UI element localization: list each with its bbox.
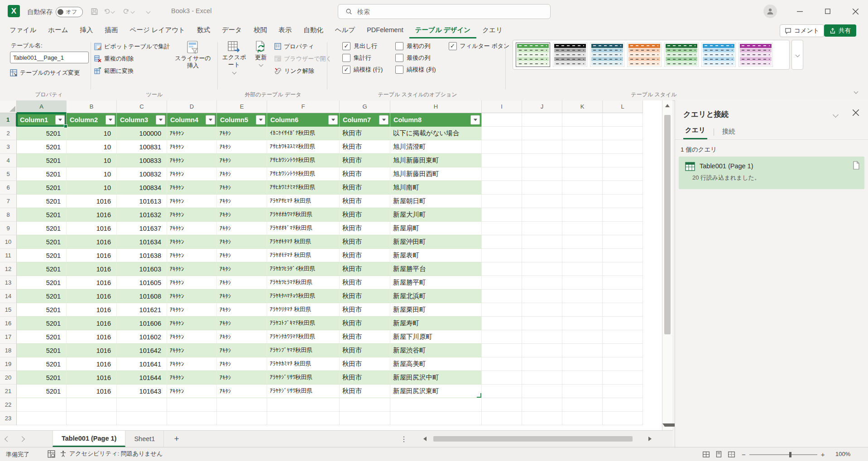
- empty-cell[interactable]: [482, 398, 522, 412]
- save-icon[interactable]: [89, 6, 100, 17]
- cell[interactable]: 1016: [67, 195, 117, 208]
- menu-tab-automate[interactable]: 自動化: [297, 23, 329, 38]
- vertical-scrollbar[interactable]: [662, 100, 672, 430]
- column-header-K[interactable]: K: [562, 100, 603, 113]
- cell[interactable]: 10: [67, 140, 117, 154]
- cell[interactable]: 秋田市: [340, 127, 390, 140]
- cell[interactable]: 1016: [67, 344, 117, 357]
- checkbox-filter-button[interactable]: ✓: [449, 42, 457, 50]
- empty-cell[interactable]: [482, 127, 522, 140]
- empty-cell[interactable]: [522, 330, 562, 344]
- empty-cell[interactable]: [562, 412, 603, 425]
- empty-cell[interactable]: [562, 154, 603, 167]
- cell[interactable]: 5201: [17, 127, 67, 140]
- cell[interactable]: 新屋扇町: [390, 222, 482, 235]
- cell[interactable]: ｱﾗﾔﾀｼﾞﾘｻﾜ秋田県: [267, 385, 340, 398]
- row-header-18[interactable]: 18: [0, 344, 17, 357]
- search-input[interactable]: [356, 8, 521, 16]
- empty-cell[interactable]: [562, 398, 603, 412]
- empty-cell[interactable]: [522, 167, 562, 181]
- option-banded-rows[interactable]: ✓縞模様 (行): [342, 66, 383, 73]
- cell[interactable]: 101638: [117, 249, 167, 262]
- menu-tab-query[interactable]: クエリ: [476, 23, 508, 38]
- cell[interactable]: 101634: [117, 235, 167, 249]
- column-header-H[interactable]: H: [390, 100, 482, 113]
- cell[interactable]: 新屋下川原町: [390, 330, 482, 344]
- zoom-slider-track[interactable]: [749, 454, 817, 455]
- autosave-toggle[interactable]: 自動保存 オフ: [27, 7, 83, 17]
- empty-cell[interactable]: [562, 167, 603, 181]
- filter-dropdown-button[interactable]: [256, 115, 265, 125]
- row-header-7[interactable]: 7: [0, 195, 17, 208]
- empty-cell[interactable]: [67, 398, 117, 412]
- header-cell-column7[interactable]: Column7: [340, 113, 390, 127]
- empty-cell[interactable]: [562, 344, 603, 357]
- vertical-scroll-thumb[interactable]: [664, 115, 671, 334]
- cell[interactable]: ｱﾗﾔｼﾀｶﾜﾗﾏﾁ秋田県: [267, 330, 340, 344]
- scroll-right-arrow[interactable]: [648, 437, 652, 441]
- empty-cell[interactable]: [482, 195, 522, 208]
- empty-cell[interactable]: [267, 412, 340, 425]
- menu-tab-insert[interactable]: 挿入: [74, 23, 99, 38]
- cell[interactable]: 5201: [17, 181, 67, 195]
- empty-cell[interactable]: [482, 276, 522, 290]
- empty-cell[interactable]: [482, 154, 522, 167]
- empty-cell[interactable]: [482, 222, 522, 235]
- empty-cell[interactable]: [522, 398, 562, 412]
- option-total-row[interactable]: 集計行: [342, 54, 383, 62]
- cell[interactable]: 5201: [17, 371, 67, 385]
- cell[interactable]: 秋田市: [340, 385, 390, 398]
- column-header-G[interactable]: G: [340, 100, 390, 113]
- header-cell-column4[interactable]: Column4: [167, 113, 217, 127]
- row-header-14[interactable]: 14: [0, 290, 17, 303]
- filter-dropdown-button[interactable]: [379, 115, 388, 125]
- row-header-12[interactable]: 12: [0, 262, 17, 276]
- empty-cell[interactable]: [482, 140, 522, 154]
- checkbox-last-column[interactable]: [395, 54, 403, 62]
- cell[interactable]: 5201: [17, 385, 67, 398]
- cell[interactable]: 5201: [17, 235, 67, 249]
- customize-toolbar-icon[interactable]: [143, 6, 153, 17]
- cell[interactable]: ｱｷﾀｼ: [217, 154, 267, 167]
- menu-tab-pdfelement[interactable]: PDFelement: [361, 23, 409, 38]
- empty-cell[interactable]: [522, 235, 562, 249]
- export-button[interactable]: エクスポート: [220, 40, 248, 74]
- row-header-21[interactable]: 21: [0, 385, 17, 398]
- cell[interactable]: 101603: [117, 262, 167, 276]
- cell[interactable]: 1016: [67, 385, 117, 398]
- cell[interactable]: 1016: [67, 371, 117, 385]
- cell[interactable]: 新屋沖田町: [390, 235, 482, 249]
- empty-cell[interactable]: [603, 412, 643, 425]
- empty-cell[interactable]: [482, 113, 522, 127]
- cell[interactable]: ｱｷﾀｼ: [217, 385, 267, 398]
- cell[interactable]: 10: [67, 181, 117, 195]
- cell[interactable]: 101608: [117, 290, 167, 303]
- add-sheet-button[interactable]: +: [164, 431, 189, 447]
- cell[interactable]: ｱｷﾀｹﾝ: [167, 208, 217, 222]
- empty-cell[interactable]: [17, 398, 67, 412]
- cell[interactable]: 新屋勝平町: [390, 276, 482, 290]
- header-cell-column1[interactable]: Column1: [17, 113, 67, 127]
- empty-cell[interactable]: [390, 412, 482, 425]
- empty-cell[interactable]: [217, 412, 267, 425]
- cell[interactable]: ｱｻﾋｶﾜﾐﾅﾐﾏﾁ秋田県: [267, 181, 340, 195]
- empty-cell[interactable]: [482, 208, 522, 222]
- cell[interactable]: 1016: [67, 249, 117, 262]
- empty-cell[interactable]: [482, 303, 522, 317]
- cell[interactable]: ｱｷﾀｼ: [217, 317, 267, 330]
- cell[interactable]: ｱｷﾀｹﾝ: [167, 317, 217, 330]
- menu-tab-page-layout[interactable]: ページ レイアウト: [124, 23, 191, 38]
- sheet-nav-next[interactable]: [14, 431, 29, 447]
- empty-cell[interactable]: [603, 208, 643, 222]
- empty-cell[interactable]: [562, 330, 603, 344]
- option-filter-button[interactable]: ✓フィルター ボタン: [449, 42, 510, 50]
- empty-cell[interactable]: [522, 317, 562, 330]
- empty-cell[interactable]: [603, 235, 643, 249]
- empty-cell[interactable]: [603, 303, 643, 317]
- cell[interactable]: ｱﾗﾔｵｷﾀﾏﾁ 秋田県: [267, 235, 340, 249]
- search-box[interactable]: [338, 4, 551, 19]
- empty-cell[interactable]: [562, 127, 603, 140]
- empty-cell[interactable]: [167, 398, 217, 412]
- cell[interactable]: 100833: [117, 154, 167, 167]
- filter-dropdown-button[interactable]: [470, 115, 480, 125]
